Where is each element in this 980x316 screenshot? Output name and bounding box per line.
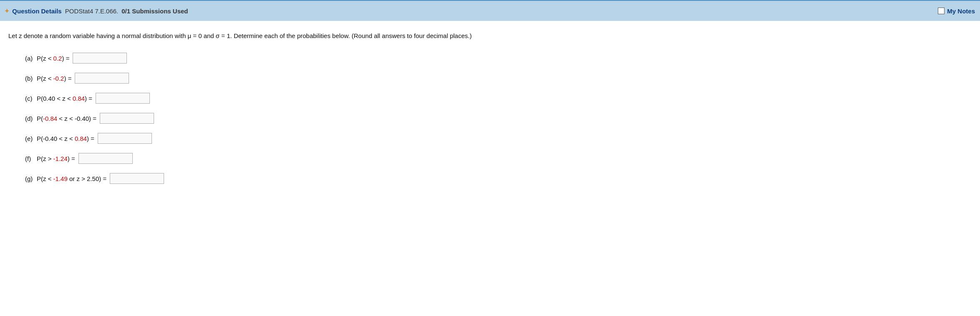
part-g-input[interactable] (110, 173, 164, 184)
submissions-used: 0/1 Submissions Used (121, 8, 188, 15)
part-label-f: (f) (25, 155, 33, 162)
part-d-input[interactable] (100, 113, 154, 124)
notes-checkbox-icon[interactable] (938, 8, 945, 14)
my-notes-button[interactable]: My Notes (938, 8, 975, 15)
part-label-d: (d) (25, 115, 33, 122)
problem-id: PODStat4 7.E.066. (65, 8, 119, 15)
part-label-e: (e) (25, 135, 33, 142)
part-row-b: (b) P(z < -0.2) = (25, 73, 972, 84)
part-c-red-value: 0.84 (73, 95, 85, 102)
part-f-input[interactable] (78, 153, 133, 164)
part-label-b: (b) (25, 75, 33, 82)
parts-container: (a) P(z < 0.2) = (b) P(z < -0.2) = (c) P… (25, 53, 972, 184)
main-content: Let z denote a random variable having a … (0, 21, 980, 194)
part-e-input[interactable] (98, 133, 152, 144)
part-label-a: (a) (25, 55, 33, 62)
part-b-input[interactable] (75, 73, 129, 84)
part-d-red-value: -0.84 (43, 115, 57, 122)
part-f-red-value: -1.24 (53, 155, 68, 162)
question-details-label: Question Details (12, 8, 61, 15)
part-d-math: P(-0.84 < z < -0.40) = (37, 115, 96, 122)
part-g-math: P(z < -1.49 or z > 2.50) = (37, 175, 106, 182)
part-row-c: (c) P(0.40 < z < 0.84) = (25, 93, 972, 104)
expand-icon[interactable]: + (5, 7, 9, 15)
part-row-a: (a) P(z < 0.2) = (25, 53, 972, 64)
part-c-input[interactable] (96, 93, 150, 104)
part-a-red-value: 0.2 (53, 55, 62, 62)
part-row-e: (e) P(-0.40 < z < 0.84) = (25, 133, 972, 144)
part-e-math: P(-0.40 < z < 0.84) = (37, 135, 94, 142)
part-b-math: P(z < -0.2) = (37, 75, 71, 82)
part-g-red-value-1: -1.49 (53, 175, 68, 182)
my-notes-label: My Notes (947, 8, 975, 15)
part-c-math: P(0.40 < z < 0.84) = (37, 95, 92, 102)
part-a-input[interactable] (73, 53, 127, 64)
part-label-g: (g) (25, 175, 33, 182)
part-row-d: (d) P(-0.84 < z < -0.40) = (25, 113, 972, 124)
problem-description: Let z denote a random variable having a … (8, 31, 972, 41)
part-row-g: (g) P(z < -1.49 or z > 2.50) = (25, 173, 972, 184)
header-left: + Question Details PODStat4 7.E.066. 0/1… (5, 7, 188, 15)
part-a-math: P(z < 0.2) = (37, 55, 69, 62)
part-f-math: P(z > -1.24) = (37, 155, 75, 162)
header-bar: + Question Details PODStat4 7.E.066. 0/1… (0, 0, 980, 21)
part-e-red-value: 0.84 (75, 135, 87, 142)
part-row-f: (f) P(z > -1.24) = (25, 153, 972, 164)
part-b-red-value: -0.2 (53, 75, 64, 82)
part-label-c: (c) (25, 95, 33, 102)
